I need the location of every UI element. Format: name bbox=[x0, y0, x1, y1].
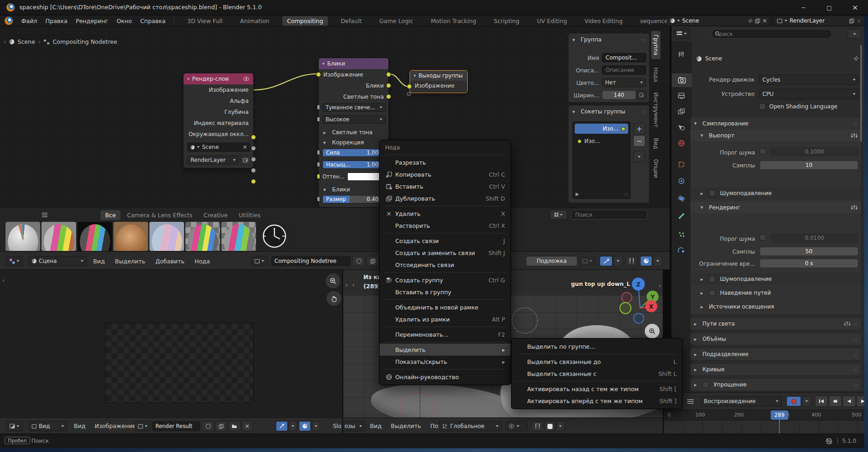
volumes-panel-header[interactable]: ▸Объёмы:::: bbox=[690, 333, 862, 345]
timeline-tracks[interactable] bbox=[664, 420, 868, 434]
sidebar-tab-options[interactable]: Опции bbox=[651, 155, 660, 182]
menu-item-swap-links[interactable]: Разрезать bbox=[380, 156, 511, 168]
lights-subpanel-header[interactable]: ▸Источники освещения bbox=[690, 301, 861, 313]
navigation-gizmo[interactable]: Z Y X bbox=[617, 274, 663, 329]
curves-panel-header[interactable]: ▸Кривые:::: bbox=[690, 363, 862, 376]
menu-item-copy[interactable]: КопироватьCtrl C bbox=[380, 168, 511, 180]
node-menu-add[interactable]: Добавить bbox=[155, 258, 184, 265]
sidebar-collapse-chevron[interactable]: ‹ bbox=[659, 283, 661, 289]
sidebar-tab-node[interactable]: Нода bbox=[651, 64, 660, 86]
denoise2-subpanel-header[interactable]: ▸Шумоподавление bbox=[690, 273, 861, 285]
name-field[interactable]: Composit... bbox=[602, 53, 646, 62]
noise-threshold-field[interactable]: 0.1000 bbox=[771, 147, 858, 156]
asset-thumbnail[interactable] bbox=[185, 222, 220, 251]
vp-menu-select[interactable]: Выделить bbox=[391, 422, 421, 429]
panel-highlights[interactable]: ▸Светлые тона bbox=[319, 127, 377, 138]
collapse-chevron-icon[interactable]: › bbox=[4, 38, 6, 45]
noise-threshold2-field[interactable]: 0.0100 bbox=[771, 233, 858, 243]
tab-modifier-icon[interactable] bbox=[678, 195, 685, 202]
editor-type-button[interactable] bbox=[6, 421, 23, 431]
open-image-button[interactable] bbox=[228, 421, 241, 431]
playback-dropdown[interactable]: Воспроизведение bbox=[701, 396, 782, 406]
pivot-point-dropdown[interactable] bbox=[505, 421, 528, 431]
tab-scene-icon[interactable] bbox=[678, 124, 685, 131]
menu-item-online-manual[interactable]: Онлайн-руководство bbox=[380, 371, 511, 383]
asset-thumbnail[interactable] bbox=[77, 222, 112, 251]
viewport-zoom-button[interactable] bbox=[645, 324, 660, 339]
submenu-item-activate-same-type-next[interactable]: Активировать вперёд с тем же типомShift … bbox=[511, 395, 682, 407]
overlap-toggle-button[interactable] bbox=[640, 256, 652, 266]
pin-icon[interactable] bbox=[748, 18, 753, 24]
noise-threshold-checkbox[interactable] bbox=[760, 148, 766, 155]
mode-dropdown-clipped[interactable]: озы bbox=[342, 421, 365, 431]
properties-id-label[interactable]: Scene bbox=[705, 55, 722, 62]
asset-tab-utilities[interactable]: Utilities bbox=[234, 210, 265, 220]
vp-menu-view[interactable]: Вид bbox=[370, 422, 381, 429]
curve-link-dropdown[interactable] bbox=[613, 256, 623, 266]
sampling-panel-header[interactable]: ▾Сэмплирование:::: bbox=[690, 117, 861, 130]
sockets-panel-title[interactable]: Сокеты группы bbox=[581, 108, 638, 115]
render-single-layer-button[interactable] bbox=[240, 155, 250, 165]
image-datablock-button[interactable] bbox=[135, 421, 151, 431]
tab-constraints-icon[interactable] bbox=[678, 178, 685, 184]
node-editor[interactable]: › Scene › Compositing Nodetree ▾ Рендер-… bbox=[0, 26, 670, 251]
remove-socket-button[interactable]: − bbox=[633, 135, 645, 147]
transform-orientation-dropdown[interactable]: Глобальное bbox=[439, 421, 502, 431]
asset-display-button[interactable] bbox=[550, 210, 567, 220]
zoom-gizmo-button[interactable] bbox=[326, 274, 340, 288]
menu-item-make-replace-links[interactable]: Создать и заменить связиShift J bbox=[380, 247, 511, 259]
image-menu-image[interactable]: Изображение bbox=[95, 422, 136, 429]
region-next-chevron[interactable]: › bbox=[352, 282, 355, 288]
filter-settings-icon[interactable] bbox=[851, 133, 857, 138]
sidebar-tab-view[interactable]: Вид bbox=[651, 134, 660, 153]
socket-item[interactable]: Изо... bbox=[575, 137, 628, 146]
editor-type-button[interactable] bbox=[673, 29, 690, 39]
unlink-icon[interactable]: × bbox=[243, 144, 247, 150]
node-group-output[interactable]: ▾ Выходы группы Изображение bbox=[410, 70, 468, 93]
hamburger-menu-icon[interactable] bbox=[42, 213, 48, 217]
description-field[interactable]: Описание bbox=[602, 65, 646, 75]
filter-settings-icon[interactable] bbox=[851, 205, 857, 210]
viewport-subpanel-header[interactable]: ▾Вьюпорт bbox=[690, 130, 861, 141]
workspace-tab-default[interactable]: Default bbox=[336, 16, 367, 26]
unlink-image-button[interactable]: × bbox=[242, 421, 253, 431]
menu-item-show-hide[interactable]: Показать/скрыть▸ bbox=[380, 356, 511, 368]
asset-thumbnail[interactable] bbox=[42, 222, 76, 251]
add-socket-button[interactable]: + bbox=[633, 123, 645, 135]
workspace-tab-animation[interactable]: Animation bbox=[236, 16, 274, 26]
noise-threshold2-checkbox[interactable] bbox=[760, 234, 766, 241]
auto-keying-dropdown[interactable] bbox=[802, 396, 811, 406]
backdrop-image-button[interactable] bbox=[579, 256, 595, 266]
node-menu-select[interactable]: Выделить bbox=[115, 258, 145, 265]
asset-thumbnail[interactable] bbox=[6, 222, 40, 251]
width-field[interactable]: 140 bbox=[602, 90, 636, 100]
menu-item-join-in-frame[interactable]: Объединить в новой рамке bbox=[380, 301, 511, 313]
tab-render-active[interactable] bbox=[672, 73, 692, 87]
playhead-line[interactable] bbox=[779, 419, 780, 434]
snap-target-swatch[interactable] bbox=[544, 421, 555, 431]
denoise-subpanel-header[interactable]: ▸Шумоподавление bbox=[690, 187, 861, 199]
timeline-ruler[interactable]: 0 100 200 300 400 500 bbox=[664, 410, 868, 420]
auto-keying-button[interactable] bbox=[786, 396, 801, 406]
curve-link-tool-button[interactable] bbox=[600, 256, 612, 266]
proportional-edit-button[interactable] bbox=[299, 421, 311, 431]
breadcrumb-tree[interactable]: Compositing Nodetree bbox=[53, 38, 117, 45]
current-frame-badge[interactable]: 289 bbox=[771, 410, 788, 420]
submenu-item-select-linked-to[interactable]: Выделить связанные доL bbox=[511, 356, 682, 368]
node-layer-dropdown[interactable]: RenderLayer bbox=[187, 155, 239, 165]
node-menu-view[interactable]: Вид bbox=[93, 258, 105, 265]
backdrop-toggle[interactable]: Подложка bbox=[526, 256, 577, 266]
scene-selector[interactable]: Scene × bbox=[667, 16, 770, 26]
nodetree-type-button[interactable] bbox=[251, 256, 268, 266]
menu-item-paste[interactable]: ВставитьCtrl V bbox=[380, 180, 511, 192]
node-render-layers[interactable]: ▾ Рендер-слои Изображение Альфа Глубина … bbox=[183, 73, 254, 168]
tab-particles-icon[interactable] bbox=[678, 231, 685, 238]
breadcrumb-scene[interactable]: Scene bbox=[18, 38, 35, 45]
menu-edit[interactable]: Правка bbox=[46, 18, 68, 24]
simplify-panel-header[interactable]: ▸Упрощение:::: bbox=[690, 378, 862, 391]
engine-dropdown[interactable]: Cycles bbox=[759, 75, 859, 85]
pan-gizmo-button[interactable] bbox=[327, 291, 341, 306]
eye-icon[interactable] bbox=[243, 77, 250, 81]
copy-image-button[interactable] bbox=[215, 421, 227, 431]
time-limit-field[interactable]: 0 s bbox=[760, 259, 858, 268]
